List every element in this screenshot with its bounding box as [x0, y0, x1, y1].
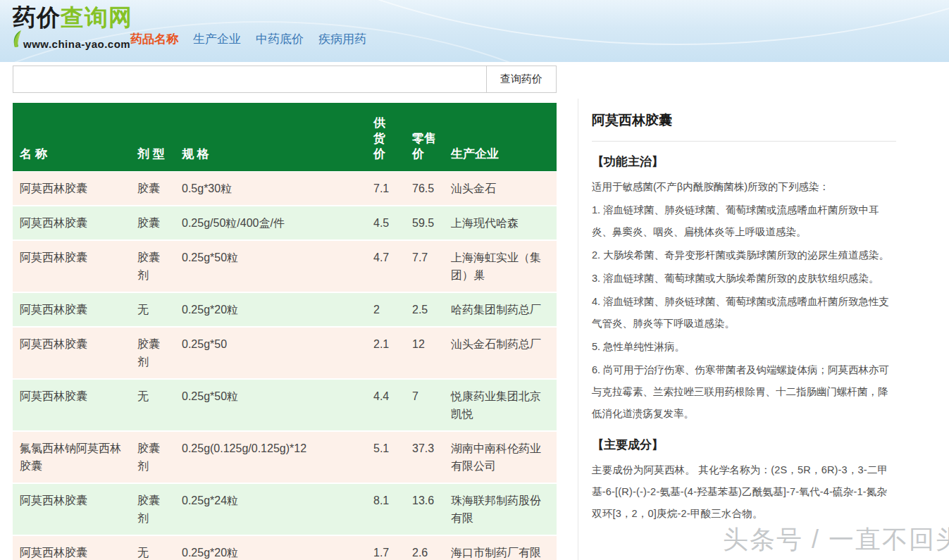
function-item-4: 4. 溶血链球菌、肺炎链球菌、葡萄球菌或流感嗜血杆菌所致急性支气管炎、肺炎等下呼…	[592, 291, 896, 335]
cell-name: 阿莫西林胶囊	[13, 293, 130, 328]
page: 药价查询网 www.china-yao.com 药品名称生产企业中药底价疾病用药…	[0, 0, 949, 560]
cell-supply: 2	[366, 293, 405, 328]
logo-title: 药价查询网	[13, 6, 132, 29]
nav-item-3[interactable]: 疾病用药	[318, 31, 366, 47]
cell-supply: 4.4	[366, 380, 405, 432]
logo-text-black: 药价	[13, 4, 61, 30]
price-table: 名 称 剂 型 规 格 供 货 价 零售 价 生产企业 阿莫西林胶囊胶囊0.5g…	[13, 103, 557, 560]
cell-retail: 76.5	[405, 172, 444, 206]
table-row: 阿莫西林胶囊无0.25g*20粒22.5哈药集团制药总厂	[13, 293, 557, 328]
cell-supply: 7.1	[366, 172, 405, 206]
table-row: 阿莫西林胶囊胶囊剂0.25g*24粒8.113.6珠海联邦制药股份有限	[13, 484, 557, 536]
cell-name: 阿莫西林胶囊	[13, 172, 130, 206]
watermark: 头条号 / 一直不回头	[723, 523, 948, 557]
table-row: 阿莫西林胶囊胶囊剂0.25g*502.112汕头金石制药总厂	[13, 328, 557, 380]
cell-form: 无	[130, 380, 175, 432]
cell-supply: 5.1	[366, 432, 405, 484]
table-row: 氟氯西林钠阿莫西林胶囊胶囊剂0.25g(0.125g/0.125g)*125.1…	[13, 432, 557, 484]
cell-maker: 汕头金石	[444, 172, 557, 206]
main-nav: 药品名称生产企业中药底价疾病用药	[130, 31, 366, 47]
cell-spec: 0.25g*20粒	[175, 293, 366, 328]
logo-text-green: 查询网	[61, 4, 132, 30]
price-table-header: 名 称 剂 型 规 格 供 货 价 零售 价 生产企业	[13, 103, 557, 172]
cell-retail: 2.5	[405, 293, 444, 328]
cell-maker: 哈药集团制药总厂	[444, 293, 557, 328]
cell-maker: 海口市制药厂有限公司	[444, 536, 557, 560]
table-row: 阿莫西林胶囊胶囊0.5g*30粒7.176.5汕头金石	[13, 172, 557, 206]
table-row: 阿莫西林胶囊无0.25g*50粒4.47悦康药业集团北京凯悦	[13, 380, 557, 432]
cell-form: 胶囊	[130, 172, 175, 206]
function-item-6: 6. 尚可用于治疗伤寒、伤寒带菌者及钩端螺旋体病；阿莫西林亦可与克拉霉素、兰索拉…	[592, 359, 896, 425]
cell-name: 阿莫西林胶囊	[13, 536, 130, 560]
cell-name: 阿莫西林胶囊	[13, 380, 130, 432]
cell-retail: 59.5	[405, 206, 444, 241]
search-bar: 查询药价	[13, 66, 557, 93]
nav-item-0[interactable]: 药品名称	[130, 31, 178, 47]
cell-maker: 珠海联邦制药股份有限	[444, 484, 557, 536]
section-heading-functions: 【功能主治】	[592, 154, 896, 170]
col-header-name: 名 称	[13, 103, 130, 172]
section-heading-ingredients: 【主要成分】	[592, 437, 896, 453]
cell-form: 无	[130, 293, 175, 328]
col-header-supply-price: 供 货 价	[366, 103, 405, 172]
cell-retail: 7.7	[405, 241, 444, 293]
drug-detail-panel: 阿莫西林胶囊 【功能主治】 适用于敏感菌(不产β内酰胺酶菌株)所致的下列感染： …	[592, 106, 896, 525]
leaf-swoosh-icon	[13, 30, 22, 49]
col-header-spec: 规 格	[175, 103, 366, 172]
col-header-retail-price: 零售 价	[405, 103, 444, 172]
search-input[interactable]	[13, 66, 486, 93]
functions-list: 1. 溶血链球菌、肺炎链球菌、葡萄球菌或流感嗜血杆菌所致中耳炎、鼻窦炎、咽炎、扁…	[592, 199, 896, 425]
cell-spec: 0.25g*24粒	[175, 484, 366, 536]
cell-supply: 4.7	[366, 241, 405, 293]
cell-maker: 上海海虹实业（集团）巢	[444, 241, 557, 293]
cell-form: 胶囊剂	[130, 432, 175, 484]
cell-retail: 37.3	[405, 432, 444, 484]
cell-maker: 悦康药业集团北京凯悦	[444, 380, 557, 432]
price-table-body: 阿莫西林胶囊胶囊0.5g*30粒7.176.5汕头金石阿莫西林胶囊胶囊0.25g…	[13, 172, 557, 560]
cell-supply: 8.1	[366, 484, 405, 536]
ingredients-body: 主要成份为阿莫西林。 其化学名称为：(2S，5R，6R)-3，3-二甲基-6-[…	[592, 459, 896, 525]
logo-domain-row: www.china-yao.com	[13, 30, 132, 49]
col-header-manufacturer: 生产企业	[444, 103, 557, 172]
cell-spec: 0.25g*50粒	[175, 241, 366, 293]
cell-spec: 0.25g(0.125g/0.125g)*12	[175, 432, 366, 484]
cell-retail: 12	[405, 328, 444, 380]
function-item-1: 1. 溶血链球菌、肺炎链球菌、葡萄球菌或流感嗜血杆菌所致中耳炎、鼻窦炎、咽炎、扁…	[592, 199, 896, 243]
nav-item-2[interactable]: 中药底价	[256, 31, 304, 47]
cell-retail: 2.6	[405, 536, 444, 560]
function-item-2: 2. 大肠埃希菌、奇异变形杆菌或粪肠球菌所致的泌尿生殖道感染。	[592, 244, 896, 266]
cell-form: 胶囊	[130, 206, 175, 241]
col-header-form: 剂 型	[130, 103, 175, 172]
cell-maker: 上海现代哈森	[444, 206, 557, 241]
cell-retail: 13.6	[405, 484, 444, 536]
cell-spec: 0.25g*50粒	[175, 380, 366, 432]
table-row: 阿莫西林胶囊无0.25g*20粒1.72.6海口市制药厂有限公司	[13, 536, 557, 560]
cell-supply: 4.5	[366, 206, 405, 241]
table-row: 阿莫西林胶囊胶囊0.25g/50粒/400盒/件4.559.5上海现代哈森	[13, 206, 557, 241]
cell-form: 胶囊剂	[130, 484, 175, 536]
table-row: 阿莫西林胶囊胶囊剂0.25g*50粒4.77.7上海海虹实业（集团）巢	[13, 241, 557, 293]
cell-retail: 7	[405, 380, 444, 432]
cell-spec: 0.5g*30粒	[175, 172, 366, 206]
cell-name: 阿莫西林胶囊	[13, 328, 130, 380]
function-item-3: 3. 溶血链球菌、葡萄球菌或大肠埃希菌所致的皮肤软组织感染。	[592, 268, 896, 290]
cell-maker: 汕头金石制药总厂	[444, 328, 557, 380]
cell-name: 氟氯西林钠阿莫西林胶囊	[13, 432, 130, 484]
cell-supply: 2.1	[366, 328, 405, 380]
cell-form: 胶囊剂	[130, 241, 175, 293]
cell-spec: 0.25g/50粒/400盒/件	[175, 206, 366, 241]
vertical-divider	[578, 99, 578, 560]
cell-form: 无	[130, 536, 175, 560]
cell-spec: 0.25g*50	[175, 328, 366, 380]
cell-spec: 0.25g*20粒	[175, 536, 366, 560]
cell-form: 胶囊剂	[130, 328, 175, 380]
nav-item-1[interactable]: 生产企业	[193, 31, 241, 47]
function-item-5: 5. 急性单纯性淋病。	[592, 336, 896, 358]
site-logo[interactable]: 药价查询网 www.china-yao.com	[13, 6, 132, 49]
cell-name: 阿莫西林胶囊	[13, 241, 130, 293]
cell-supply: 1.7	[366, 536, 405, 560]
cell-maker: 湖南中南科伦药业有限公司	[444, 432, 557, 484]
site-header: 药价查询网 www.china-yao.com 药品名称生产企业中药底价疾病用药	[0, 0, 949, 62]
logo-domain-text: www.china-yao.com	[23, 39, 130, 49]
search-button[interactable]: 查询药价	[486, 66, 557, 93]
